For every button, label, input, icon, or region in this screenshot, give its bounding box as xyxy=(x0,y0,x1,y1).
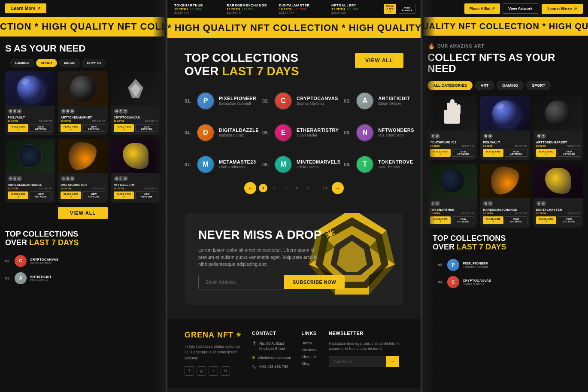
right-tag-art[interactable]: ART xyxy=(475,81,494,90)
right-learn-more-button[interactable]: Learn More ↗ xyxy=(542,4,583,14)
right-nft-bid-5[interactable]: Place A Bid ↗ xyxy=(483,216,503,224)
right-nft-bid-4[interactable]: Place A Bid ↗ xyxy=(430,216,451,224)
left-nft-view-4[interactable]: View Artwork xyxy=(30,191,52,199)
right-tag-all[interactable]: ALL CATEGORIES xyxy=(427,81,473,90)
footer-newsletter-col: Newsletter Habitasse duis eget purus sit… xyxy=(329,331,399,376)
left-nft-view-6[interactable]: View Artwork xyxy=(135,191,158,199)
left-tag-sport[interactable]: SPORT xyxy=(36,59,58,67)
left-tag-music[interactable]: MUSIC xyxy=(59,59,80,67)
left-view-all-button[interactable]: VIEW ALL xyxy=(58,207,108,219)
pag-prev-button[interactable]: ← xyxy=(244,182,256,194)
right-nft-bid-1[interactable]: Place A Bid ↗ xyxy=(430,149,451,157)
right-mini-av-12: E xyxy=(540,201,546,207)
left-nft-card-6: M T A NFTGALLERY 12.2ETH $23,547.97 Plac… xyxy=(111,139,161,203)
right-nft-view-4[interactable]: View Artwork xyxy=(452,216,475,224)
right-nft-grid: P A YOUTHPUNK #12 12.2ETH $23,547.97 Pla… xyxy=(427,96,583,228)
right-nft-usd-4: $23,547.97 xyxy=(461,212,474,215)
center-view-all-button[interactable]: VIEW ALL xyxy=(355,53,403,68)
pag-page-5[interactable]: 5 xyxy=(303,184,312,192)
left-nft-name-6: NFTGALLERY xyxy=(114,183,158,186)
right-tag-gaming[interactable]: GAMING xyxy=(497,81,524,90)
left-nft-price-row-3: 12.2ETH $23,547.97 xyxy=(114,120,158,122)
marketplace-price-4: 11.2ETH xyxy=(331,7,345,11)
newsletter-description: Lorem ipsum dolor sit amet consectetur. … xyxy=(198,246,318,268)
art-abstract-orange xyxy=(69,142,97,170)
right-nft-bid-6[interactable]: Place A Bid ↗ xyxy=(536,216,557,224)
pag-page-3[interactable]: 3 xyxy=(281,184,290,192)
nft-avatars-2: D E N xyxy=(61,108,105,114)
left-tag-row: GAMING SPORT MUSIC CRYPTO xyxy=(5,59,161,71)
right-nft-card-3: M T ARTTOKENMARKET 12.2ETH $23,547.97 Pl… xyxy=(533,96,583,160)
footer-facebook-icon[interactable]: f xyxy=(185,366,194,376)
footer-link-home[interactable]: Home xyxy=(301,341,318,345)
left-nft-bid-2[interactable]: Place A Bid ↗ xyxy=(61,124,81,132)
right-nft-view-3[interactable]: View Artwork xyxy=(558,149,580,157)
pag-page-2[interactable]: 2 xyxy=(270,184,279,192)
left-tag-crypto[interactable]: CRYPTO xyxy=(82,59,106,67)
footer-send-button[interactable]: → xyxy=(386,356,399,367)
left-nft-view-3[interactable]: View Artwork xyxy=(135,124,158,132)
right-col-info-1: PIXELPIONEER Sebastian Schmidt xyxy=(463,261,488,268)
left-nft-bid-1[interactable]: Place A Bid ↗ xyxy=(8,124,28,132)
footer-linkedin-icon[interactable]: in xyxy=(221,366,230,376)
center-view-artwork-button[interactable]: View Artwork xyxy=(399,4,415,14)
footer-link-about[interactable]: About Us xyxy=(301,355,318,359)
col-creator-4: Isabella Lopez xyxy=(219,133,259,137)
marketplace-change-2: +13.58% xyxy=(242,8,254,11)
right-tag-sport[interactable]: SPORT xyxy=(526,81,551,90)
right-nft-name-1: YOUTHPUNK #12 xyxy=(430,141,474,144)
right-view-artwork-button[interactable]: View Artwork xyxy=(503,3,538,14)
right-nft-view-5[interactable]: View Artwork xyxy=(505,216,527,224)
footer-email-input[interactable] xyxy=(329,356,386,367)
right-nft-bid-2[interactable]: Place A Bid ↗ xyxy=(483,149,503,157)
footer-newsletter-title: Newsletter xyxy=(329,331,399,336)
pag-page-4[interactable]: 4 xyxy=(292,184,301,192)
right-nft-btns-1: Place A Bid ↗ View Artwork xyxy=(430,149,474,157)
footer-link-shop[interactable]: Shop xyxy=(301,362,318,366)
center-newsletter-section: NEVER MISS A DROP ✳ Lorem ipsum dolor si… xyxy=(185,213,403,305)
right-nft-name-4: TOKENARTHUB xyxy=(430,208,474,211)
right-nft-view-1[interactable]: View Artwork xyxy=(452,149,475,157)
right-nft-bid-3[interactable]: Place A Bid ↗ xyxy=(536,149,557,157)
left-collect-section: S AS YOUR NEED GAMING SPORT MUSIC CRYPTO… xyxy=(0,36,166,230)
left-nft-view-5[interactable]: View Artwork xyxy=(82,191,105,199)
right-big-title: COLLECT NFTs AS YOUR NEED xyxy=(427,52,583,75)
right-nft-view-2[interactable]: View Artwork xyxy=(505,149,527,157)
subscribe-button[interactable]: Subscribe Now xyxy=(284,275,345,289)
footer-link-services[interactable]: Services xyxy=(301,348,318,352)
left-nft-view-1[interactable]: View Artwork xyxy=(30,124,52,132)
left-learn-more-button[interactable]: Learn More ↗ xyxy=(5,3,46,13)
left-tag-gaming[interactable]: GAMING xyxy=(10,59,34,67)
left-nft-bid-4[interactable]: Place A Bid ↗ xyxy=(8,191,28,199)
col-creator-2: Sophia Martinez xyxy=(297,101,338,106)
right-nft-card-1: P A YOUTHPUNK #12 12.2ETH $23,547.97 Pla… xyxy=(427,96,477,160)
right-nft-info-1: P A YOUTHPUNK #12 12.2ETH $23,547.97 Pla… xyxy=(427,131,477,160)
right-nft-view-6[interactable]: View Artwork xyxy=(558,216,580,224)
col-info-5: ETHERARTISTRY Noah Muller xyxy=(297,128,339,137)
footer-twitter-icon[interactable]: t xyxy=(209,366,218,376)
center-place-bid-button[interactable]: Place A Bid ↗ xyxy=(384,4,396,14)
right-place-bid-button[interactable]: Place A Bid ↗ xyxy=(464,3,500,14)
footer-instagram-icon[interactable]: ◎ xyxy=(197,366,206,376)
our-art-text: OUR AMAZING ART xyxy=(437,44,484,49)
center-ticker: * HIGH QUALITY NFT COLLECTION * HIGH QUA… xyxy=(167,18,421,38)
pag-next-button[interactable]: → xyxy=(332,182,344,194)
newsletter-email-input[interactable] xyxy=(198,275,284,289)
left-nft-bid-3[interactable]: Place A Bid ↗ xyxy=(114,124,134,132)
pag-page-10[interactable]: 10 xyxy=(321,184,329,192)
left-panel: Learn More ↗ CTION * HIGH QUALITY NFT CO… xyxy=(0,0,167,392)
left-nft-bid-5[interactable]: Place A Bid ↗ xyxy=(61,191,81,199)
col-avatar-5: E xyxy=(274,124,292,142)
col-avatar-placeholder-1: P xyxy=(197,93,214,109)
pag-page-1[interactable]: 1 xyxy=(259,184,267,192)
right-nft-info-6: A E DIGITALMASTER 12.2ETH $23,547.97 Pla… xyxy=(533,198,583,228)
marketplace-usd-1: $23,947.47 xyxy=(174,11,189,14)
center-section-header: TOP COLLECTIONS OVER LAST 7 DAYS VIEW AL… xyxy=(185,52,403,78)
col-avatar-placeholder-7: M xyxy=(197,156,214,173)
left-nft-view-2[interactable]: View Artwork xyxy=(82,124,105,132)
right-header-btns: Place A Bid ↗ View Artwork xyxy=(464,3,538,14)
left-nft-price-6: 12.2ETH xyxy=(114,187,124,190)
right-nft-info-4: P C TOKENARTHUB 12.2ETH $23,547.97 Place… xyxy=(427,198,477,228)
left-nft-info-6: M T A NFTGALLERY 12.2ETH $23,547.97 Plac… xyxy=(111,173,161,203)
left-nft-bid-6[interactable]: Place A Bid ↗ xyxy=(114,191,134,199)
